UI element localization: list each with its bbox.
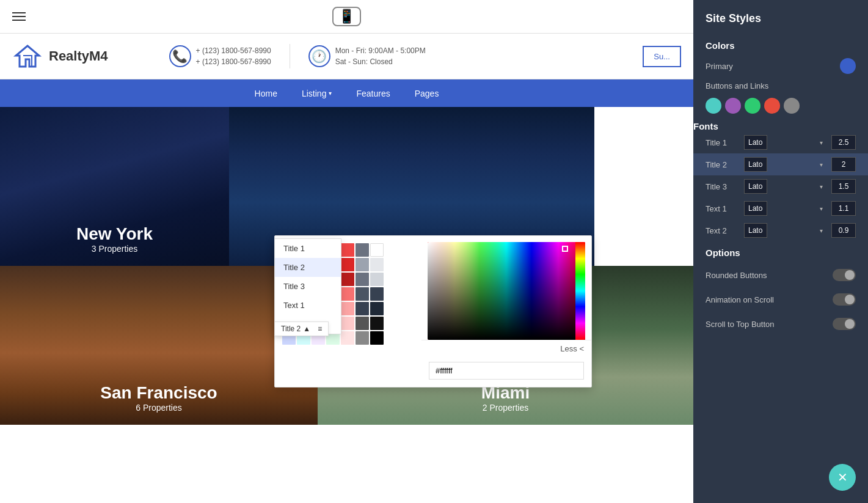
hue-slider[interactable]: [575, 242, 585, 340]
font-row-text2: Text 2 Lato: [693, 219, 868, 241]
swatch[interactable]: [341, 258, 354, 271]
font-row-text1: Text 1 Lato: [693, 197, 868, 219]
clock-icon: 🕐: [308, 45, 330, 67]
contact-info: 📞 + (123) 1800-567-8990 + (123) 1800-567…: [169, 44, 426, 68]
rounded-buttons-toggle[interactable]: [833, 269, 856, 281]
property-card-newyork[interactable]: New York 3 Properties: [0, 107, 229, 266]
font-select-title2-wrapper[interactable]: Lato: [744, 157, 826, 172]
logo-text: RealtyM4: [49, 48, 108, 64]
scroll-top-toggle[interactable]: [833, 318, 856, 330]
chevron-down-icon: ▾: [329, 90, 332, 97]
font-select-title3[interactable]: Lato: [744, 179, 767, 194]
font-row-label-text2: Text 2: [706, 226, 739, 235]
font-row-label-title3: Title 3: [706, 182, 739, 191]
divider: [290, 44, 290, 68]
option-animation-scroll: Animation on Scroll: [693, 287, 868, 312]
font-select-title1[interactable]: Lato: [744, 135, 767, 150]
swatch[interactable]: [370, 273, 384, 286]
nav-features[interactable]: Features: [356, 89, 390, 98]
device-preview-icon[interactable]: 📱: [332, 7, 361, 26]
font-select-text2-wrapper[interactable]: Lato: [744, 223, 826, 238]
format-icon[interactable]: ≡: [318, 325, 322, 333]
swatch-black[interactable]: [370, 331, 384, 345]
scroll-top-label: Scroll to Top Button: [706, 320, 775, 329]
swatch[interactable]: [356, 287, 369, 301]
primary-color-row: Primary: [693, 56, 868, 79]
swatch[interactable]: [341, 287, 354, 301]
font-select-text2[interactable]: Lato: [744, 223, 767, 238]
phone-text: + (123) 1800-567-8990 + (123) 1800-567-8…: [196, 45, 271, 67]
font-select-text1-wrapper[interactable]: Lato: [744, 201, 826, 216]
swatch[interactable]: [356, 273, 369, 286]
site-header: RealtyM4 📞 + (123) 1800-567-8990 + (123)…: [0, 34, 693, 79]
property-overlay-newyork: New York 3 Properties: [76, 224, 153, 254]
logo-area: RealtyM4: [12, 41, 108, 72]
font-row-title1: Title 1 Lato: [693, 131, 868, 153]
swatch[interactable]: [356, 317, 369, 330]
spectrum-cursor[interactable]: [562, 246, 568, 252]
color-spectrum-area[interactable]: Less <: [421, 236, 591, 387]
swatch[interactable]: [356, 302, 369, 315]
swatch[interactable]: [341, 243, 354, 257]
property-overlay-miami: Miami 2 Properties: [481, 383, 530, 413]
primary-color-swatch[interactable]: [840, 58, 856, 74]
animation-scroll-toggle[interactable]: [833, 293, 856, 306]
title2-indicator[interactable]: Title 2 ▲ ≡: [274, 321, 329, 336]
font-size-title1[interactable]: [831, 135, 856, 150]
font-size-title3[interactable]: [831, 179, 856, 194]
close-button[interactable]: ✕: [829, 464, 856, 491]
swatch[interactable]: [356, 243, 369, 257]
swatch[interactable]: [356, 258, 369, 271]
phone-icon: 📞: [169, 45, 191, 67]
chevron-up-icon: ▲: [303, 325, 310, 333]
options-section-label: Options: [693, 241, 868, 263]
font-select-title2[interactable]: Lato: [744, 157, 767, 172]
property-card-sf[interactable]: San Francisco 6 Properties: [0, 266, 318, 425]
main-content: 📱 RealtyM4 📞 + (123) 1800-567-8990 + (12…: [0, 0, 693, 503]
swatch[interactable]: [341, 302, 354, 315]
color-dot-gray[interactable]: [784, 98, 800, 114]
fonts-section-label: Fonts: [693, 121, 868, 131]
swatch[interactable]: [341, 317, 354, 330]
font-row-label-title1: Title 1: [706, 138, 739, 147]
swatch[interactable]: [370, 317, 384, 330]
font-row-label-title2: Title 2: [706, 160, 739, 169]
font-select-title1-wrapper[interactable]: Lato: [744, 135, 826, 150]
color-dot-teal[interactable]: [706, 98, 721, 114]
color-dot-green[interactable]: [745, 98, 760, 114]
less-button[interactable]: Less <: [421, 340, 591, 357]
option-scroll-top: Scroll to Top Button: [693, 312, 868, 336]
toolbar: 📱: [0, 0, 693, 34]
nav-listing[interactable]: Listing ▾: [302, 89, 332, 98]
swatch-white[interactable]: [370, 243, 384, 257]
swatch[interactable]: [370, 287, 384, 301]
phone-contact: 📞 + (123) 1800-567-8990 + (123) 1800-567…: [169, 45, 271, 67]
color-dot-purple[interactable]: [725, 98, 741, 114]
swatch[interactable]: [356, 331, 369, 345]
font-dropdown-text1[interactable]: Text 1: [275, 296, 341, 315]
swatch[interactable]: [370, 258, 384, 271]
logo-icon: [12, 41, 43, 72]
font-size-title2[interactable]: [831, 157, 856, 172]
nav-bar: Home Listing ▾ Features Pages: [0, 79, 693, 107]
font-select-title3-wrapper[interactable]: Lato: [744, 179, 826, 194]
nav-home[interactable]: Home: [255, 89, 277, 98]
font-dropdown-title1[interactable]: Title 1: [275, 239, 341, 258]
swatch[interactable]: [341, 273, 354, 286]
font-row-label-text1: Text 1: [706, 204, 739, 213]
swatch[interactable]: [341, 331, 354, 345]
swatch[interactable]: [370, 302, 384, 315]
font-dropdown-title2[interactable]: Title 2: [275, 258, 341, 277]
subscribe-button[interactable]: Su...: [643, 46, 681, 67]
font-dropdown-title3[interactable]: Title 3: [275, 277, 341, 296]
hex-color-input[interactable]: [429, 362, 584, 380]
hex-input-area[interactable]: [429, 362, 584, 380]
font-size-text1[interactable]: [831, 201, 856, 216]
nav-pages[interactable]: Pages: [415, 89, 439, 98]
hamburger-menu[interactable]: [12, 12, 26, 21]
font-size-text2[interactable]: [831, 223, 856, 238]
panel-title: Site Styles: [693, 0, 868, 34]
font-type-dropdown[interactable]: Title 1 Title 2 Title 3 Text 1 Text 2: [274, 238, 341, 334]
color-dot-red[interactable]: [764, 98, 780, 114]
font-select-text1[interactable]: Lato: [744, 201, 767, 216]
